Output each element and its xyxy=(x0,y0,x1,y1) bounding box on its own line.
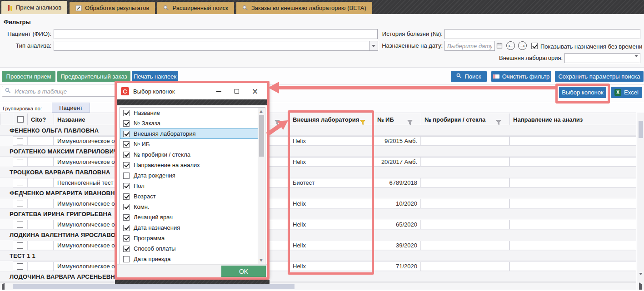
group-row[interactable]: ТЕСТ 1 1 xyxy=(0,251,636,261)
row-checkbox[interactable] xyxy=(17,159,23,165)
option-checkbox[interactable] xyxy=(123,110,130,116)
column-option[interactable]: Пол xyxy=(120,181,258,191)
patient-input[interactable] xyxy=(54,29,378,39)
scroll-down-icon[interactable]: ▼ xyxy=(260,258,263,262)
option-checkbox[interactable] xyxy=(123,256,130,262)
column-option[interactable]: Программа xyxy=(120,233,258,243)
column-header-lab[interactable]: Внешняя лаборатория xyxy=(289,113,374,125)
collapse-icon[interactable] xyxy=(4,276,7,282)
option-checkbox[interactable] xyxy=(123,152,130,158)
row-checkbox[interactable] xyxy=(17,138,23,144)
dialog-title-bar[interactable]: C Выбор колонок × xyxy=(117,83,268,99)
column-option[interactable]: № пробирки / стекла xyxy=(120,149,258,160)
column-header-direction[interactable]: Направление на анализ xyxy=(509,113,636,125)
column-option[interactable]: Лечащий врач xyxy=(120,212,258,222)
column-option[interactable]: Дата назначения xyxy=(120,222,258,233)
row-checkbox[interactable] xyxy=(17,180,23,186)
group-row[interactable]: ФЕДЧЕНКО МАРГАРИТА ИВАНОВНА xyxy=(0,188,636,198)
tab-1[interactable]: Прием анализов xyxy=(1,1,67,14)
option-checkbox[interactable] xyxy=(123,214,130,221)
maximize-button[interactable] xyxy=(228,84,246,98)
vertical-scrollbar-thumb[interactable] xyxy=(639,121,643,138)
analysis-type-input[interactable] xyxy=(54,41,369,51)
option-checkbox[interactable] xyxy=(123,225,130,231)
scroll-up-icon[interactable]: ▲ xyxy=(260,109,263,113)
group-row[interactable]: ФЕНЕНКО ОЛЬГА ПАВЛОВНА xyxy=(0,125,636,136)
excel-export-button[interactable]: X Excel xyxy=(611,87,642,98)
print-labels-button[interactable]: Печать наклеек xyxy=(132,71,178,82)
scroll-down-icon[interactable] xyxy=(639,273,643,283)
receive-button[interactable]: Провести прием xyxy=(2,71,55,82)
row-checkbox[interactable] xyxy=(17,242,23,249)
row-checkbox[interactable] xyxy=(17,263,23,270)
option-checkbox[interactable] xyxy=(123,162,130,168)
column-option[interactable]: Дата рождения xyxy=(120,170,258,181)
choose-columns-button[interactable]: Выбор колонок xyxy=(559,87,606,98)
save-search-params-button[interactable]: Сохранить параметры поиска xyxy=(555,71,644,82)
option-label: Комн. xyxy=(134,203,150,210)
horizontal-scrollbar-thumb[interactable] xyxy=(13,284,295,289)
column-header-tube[interactable]: № пробирки / стекла xyxy=(421,113,509,125)
next-day-button[interactable]: → xyxy=(518,41,527,50)
dialog-scrollbar[interactable]: ▲ ▼ xyxy=(258,108,265,264)
group-row[interactable]: ЛОДОЧИНА ВАРВАРА АРСЕНЬЕВНА xyxy=(0,271,636,282)
row-checkbox[interactable] xyxy=(17,222,23,228)
cell-check xyxy=(13,241,27,250)
calendar-icon[interactable] xyxy=(496,42,503,51)
history-input[interactable] xyxy=(444,29,640,39)
ok-button[interactable]: OK xyxy=(221,266,266,277)
option-checkbox[interactable] xyxy=(123,120,130,127)
show-no-time-checkbox[interactable] xyxy=(531,43,538,49)
filter-funnel-icon[interactable] xyxy=(275,120,280,125)
filter-funnel-icon[interactable] xyxy=(407,120,413,125)
option-checkbox[interactable] xyxy=(123,246,130,252)
group-row[interactable]: ТРОЦКОВА ВАРВАРА ПАВЛОВНА xyxy=(0,167,636,178)
assigned-date-input[interactable] xyxy=(444,41,495,51)
column-option[interactable]: Направление на анализ xyxy=(120,160,258,170)
column-header-ib[interactable]: № ИБ xyxy=(374,113,421,125)
external-lab-select[interactable] xyxy=(564,53,640,63)
option-checkbox[interactable] xyxy=(123,183,130,189)
prev-day-button[interactable]: ← xyxy=(506,41,515,50)
dialog-title: Выбор колонок xyxy=(133,88,210,95)
close-button[interactable]: × xyxy=(246,84,264,98)
select-all-checkbox[interactable] xyxy=(17,116,24,123)
horizontal-scrollbar[interactable] xyxy=(0,282,636,290)
option-checkbox[interactable] xyxy=(123,173,130,179)
grouping-chip[interactable]: Пациент xyxy=(52,103,90,113)
group-row[interactable]: РОГАТЕНКО МАКСИМ ГАВРИЛОВИЧ xyxy=(0,146,636,157)
column-header-cito[interactable]: Cito? xyxy=(27,113,54,125)
option-checkbox[interactable] xyxy=(123,235,130,242)
column-option[interactable]: № ИБ xyxy=(120,139,258,149)
clear-filter-button[interactable]: Очистить фильтр xyxy=(491,71,551,82)
search-button[interactable]: Поиск xyxy=(451,71,487,82)
column-option[interactable]: Дата приезда xyxy=(120,254,258,264)
filter-funnel-icon[interactable] xyxy=(496,120,501,125)
dialog-scrollbar-thumb[interactable] xyxy=(259,115,264,157)
row-checkbox[interactable] xyxy=(17,201,23,207)
cell-ib: 10/2020 xyxy=(374,199,421,208)
filter-funnel-icon[interactable] xyxy=(360,120,365,125)
option-checkbox[interactable] xyxy=(123,141,130,148)
minimize-button[interactable] xyxy=(210,84,228,98)
option-checkbox[interactable] xyxy=(123,204,130,210)
vertical-scrollbar[interactable] xyxy=(637,113,644,282)
column-header-label: № пробирки / стекла xyxy=(424,116,485,123)
patient-label: Пациент (ФИО): xyxy=(0,30,51,37)
column-option[interactable]: Способ оплаты xyxy=(120,243,258,254)
analysis-type-dropdown-button[interactable] xyxy=(369,41,378,51)
column-header-check[interactable] xyxy=(13,113,27,125)
tab-3[interactable]: Расширенный поиск xyxy=(157,2,234,14)
column-option[interactable]: Возраст xyxy=(120,191,258,202)
column-option[interactable]: № Заказа xyxy=(120,118,258,128)
group-row[interactable]: РОГАТЕВА ИРИНА ГРИГОРЬЕВНА xyxy=(0,209,636,219)
column-option[interactable]: Комн. xyxy=(120,202,258,212)
tab-2[interactable]: Обработка результатов xyxy=(70,2,155,14)
column-option[interactable]: Внешняя лаборатория xyxy=(120,128,258,139)
group-row[interactable]: ЛОДКИНА ВАЛЕНТИНА ЯРОСЛАВО xyxy=(0,230,636,240)
option-checkbox[interactable] xyxy=(123,193,130,200)
tab-4[interactable]: Заказы во внешнюю лабораторию (BETA) xyxy=(236,2,372,14)
preorder-button[interactable]: Предварительный заказ xyxy=(57,71,130,82)
column-option[interactable]: Название xyxy=(120,108,258,118)
option-checkbox[interactable] xyxy=(123,131,130,137)
